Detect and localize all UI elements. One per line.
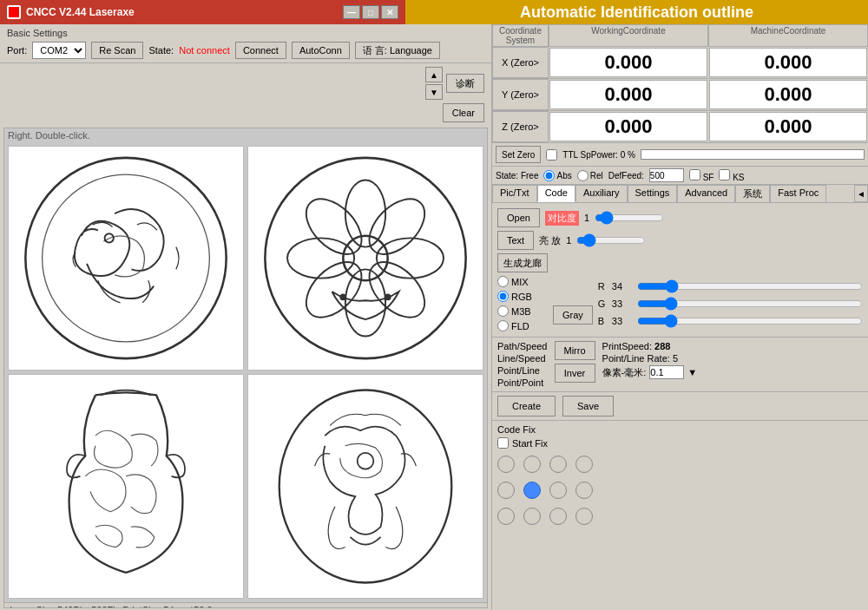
fix-dot-2-0[interactable]: [497, 508, 515, 525]
down-arrow-button[interactable]: ▼: [425, 84, 443, 100]
fix-dot-0-0[interactable]: [497, 456, 515, 473]
ks-checkbox[interactable]: [719, 169, 730, 180]
canvas-area: Right. Double-click.: [3, 128, 488, 608]
start-fix-checkbox[interactable]: [497, 437, 509, 449]
contrast-slider[interactable]: [595, 211, 664, 225]
diagnose-clear-row: ▲ ▼ 诊断 Clear: [0, 63, 491, 126]
connect-button[interactable]: Connect: [235, 42, 286, 59]
b-slider[interactable]: [637, 314, 863, 328]
fix-dot-1-1[interactable]: [523, 482, 541, 499]
app-title-area: CNCC V2.44 Laseraxe — □ ✕: [0, 0, 405, 24]
x-zero-button[interactable]: X (Zero>: [492, 47, 549, 78]
right-panel: Coordinate System WorkingCoordinate Mach…: [492, 24, 868, 610]
svg-point-12: [343, 236, 387, 280]
set-zero-button[interactable]: Set Zero: [496, 146, 541, 163]
brightness-slider[interactable]: [576, 233, 646, 247]
z-zero-button[interactable]: Z (Zero>: [492, 111, 549, 142]
tab-fast-proc[interactable]: Fast Proc: [770, 185, 826, 202]
window-controls[interactable]: — □ ✕: [343, 5, 398, 19]
maximize-button[interactable]: □: [362, 5, 379, 19]
open-button[interactable]: Open: [497, 208, 540, 227]
clear-button[interactable]: Clear: [443, 103, 484, 122]
fix-dot-0-1[interactable]: [523, 456, 541, 473]
minimize-button[interactable]: —: [343, 5, 360, 19]
fix-dot-0-2[interactable]: [549, 456, 567, 473]
ttl-checkbox[interactable]: [546, 149, 557, 161]
m3b-radio[interactable]: [497, 305, 509, 317]
fix-dot-2-1[interactable]: [523, 508, 541, 525]
save-button[interactable]: Save: [562, 396, 614, 417]
create-save-row: Create Save: [492, 391, 868, 420]
create-button[interactable]: Create: [497, 396, 556, 417]
point-point-label: Point/Point: [497, 377, 548, 388]
diagnose-button[interactable]: 诊断: [446, 74, 484, 93]
ks-label: KS: [719, 169, 744, 182]
fix-dot-1-2[interactable]: [549, 482, 567, 499]
y-working-value: 0.000: [549, 80, 707, 109]
rescan-button[interactable]: Re Scan: [91, 42, 143, 59]
generate-col: 生成龙廊 MIX RGB M3B: [497, 253, 548, 331]
tab-system[interactable]: 系统: [735, 185, 770, 202]
code-fix-title: Code Fix: [497, 424, 863, 435]
tab-auxiliary[interactable]: Auxiliary: [575, 185, 628, 202]
fix-dot-0-3[interactable]: [575, 456, 593, 473]
generate-button[interactable]: 生成龙廊: [497, 253, 548, 272]
abs-radio[interactable]: [543, 170, 555, 181]
mirro-button[interactable]: Mirro: [555, 341, 595, 360]
print-info: PrintSpeed: 288 Point/Line Rate: 5 像素-毫米…: [602, 341, 863, 388]
rgb-radio[interactable]: [497, 291, 509, 302]
fix-dot-2-2[interactable]: [549, 508, 567, 525]
inver-button[interactable]: Inver: [555, 364, 595, 383]
start-fix-row: Start Fix: [497, 437, 863, 449]
text-button[interactable]: Text: [497, 231, 534, 250]
auto-id-banner: Automatic Identification outline: [405, 0, 868, 24]
point-line-rate-label: Point/Line Rate:: [602, 353, 670, 364]
tab-code[interactable]: Code: [537, 185, 575, 202]
r-slider[interactable]: [637, 279, 863, 293]
close-button[interactable]: ✕: [381, 5, 398, 19]
y-machine-value: 0.000: [709, 80, 867, 109]
y-zero-button[interactable]: Y (Zero>: [492, 79, 549, 110]
deffeed-label: DefFeed:: [608, 171, 644, 180]
state-free: State: Free: [496, 171, 538, 180]
language-button[interactable]: 语 言: Language: [355, 42, 440, 59]
b-label: B: [598, 316, 608, 326]
flower-circle: [248, 147, 483, 370]
rgb-radio-label: RGB: [497, 291, 548, 302]
settings-row: Port: COM2 Re Scan State: Not connect Co…: [7, 42, 484, 59]
g-slider-row: G 33: [598, 297, 863, 311]
tab-settings[interactable]: Settings: [628, 185, 678, 202]
r-slider-row: R 34: [598, 279, 863, 293]
tab-pic-txt[interactable]: Pic/Txt: [492, 185, 537, 202]
fix-dot-1-0[interactable]: [497, 482, 515, 499]
state-label: State:: [148, 45, 174, 56]
rel-radio[interactable]: [577, 170, 589, 181]
tab-scroll-right[interactable]: ◄: [854, 185, 868, 202]
tab-advanced[interactable]: Advanced: [677, 185, 735, 202]
print-speed-label: PrintSpeed:: [602, 341, 652, 351]
code-fix-section: Code Fix Start Fix: [492, 420, 868, 537]
basic-settings: Basic Settings Port: COM2 Re Scan State:…: [0, 24, 491, 63]
start-fix-label: Start Fix: [497, 437, 548, 449]
state-value: Not connect: [179, 45, 230, 56]
mix-radio[interactable]: [497, 276, 509, 287]
port-select[interactable]: COM2: [32, 42, 86, 59]
g-slider[interactable]: [637, 297, 863, 311]
deffeed-input[interactable]: [649, 168, 684, 182]
pixel-input[interactable]: [649, 365, 684, 379]
autoconn-button[interactable]: AutoConn: [292, 42, 350, 59]
up-arrow-button[interactable]: ▲: [425, 67, 443, 82]
sf-checkbox[interactable]: [689, 169, 700, 180]
image-cell-4: [247, 374, 483, 599]
fix-dot-2-3[interactable]: [575, 508, 593, 525]
z-working-value: 0.000: [549, 112, 707, 141]
svg-point-9: [296, 252, 372, 327]
main-container: Basic Settings Port: COM2 Re Scan State:…: [0, 24, 868, 610]
fix-dot-1-3[interactable]: [575, 482, 593, 499]
g-label: G: [598, 298, 608, 309]
g-val: 33: [612, 298, 634, 309]
coord-working-header: WorkingCoordinate: [549, 24, 708, 47]
gray-button[interactable]: Gray: [553, 305, 593, 325]
coord-machine-header: MachineCoordinate: [708, 24, 868, 47]
fld-radio[interactable]: [497, 320, 509, 331]
